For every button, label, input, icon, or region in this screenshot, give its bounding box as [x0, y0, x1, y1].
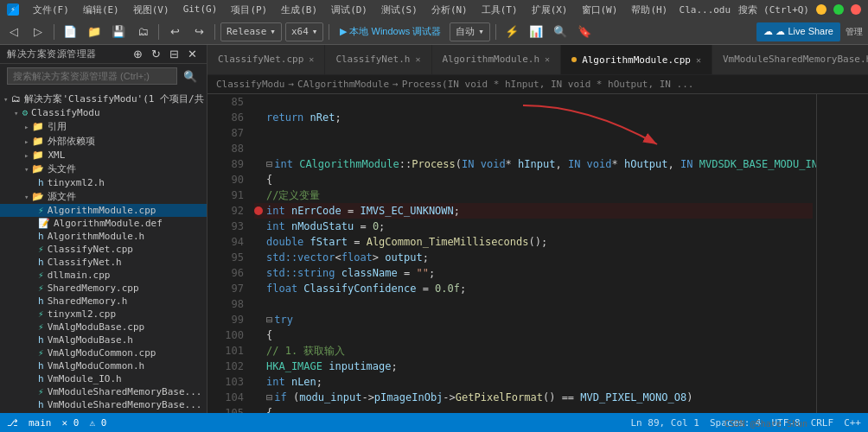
- tab-close-1[interactable]: ✕: [309, 54, 314, 64]
- collapse-icon[interactable]: ⊟: [266, 156, 272, 172]
- code-line-92: int nErrCode = IMVS_EC_UNKNOWN;: [254, 203, 813, 219]
- sidebar-item-tinyxml2h[interactable]: h tinyxml2.h: [0, 176, 207, 189]
- maximize-button[interactable]: [833, 4, 844, 15]
- line-ending-indicator[interactable]: CRLF: [811, 417, 834, 429]
- menu-build[interactable]: 生成(B): [278, 2, 321, 18]
- sidebar-search-button[interactable]: ⊕: [131, 47, 145, 61]
- breadcrumb-item-3[interactable]: Process(IN void * hInput, IN void * hOut…: [402, 79, 694, 90]
- manage-button[interactable]: 管理: [844, 22, 865, 41]
- sidebar-item-references[interactable]: ▸ 📁 引用: [0, 119, 207, 134]
- language-indicator[interactable]: C++: [844, 417, 861, 429]
- performance-button[interactable]: 📊: [526, 22, 546, 41]
- search-icon-button[interactable]: 🔍: [181, 69, 200, 84]
- attach-button[interactable]: ⚡: [501, 22, 522, 41]
- code-content[interactable]: return nRet; ⊟ int CAlgorithmModule::Pro…: [251, 94, 816, 413]
- close-button[interactable]: [851, 4, 861, 15]
- tab-algmodule-h[interactable]: AlgorithmModule.h ✕: [432, 45, 562, 74]
- line-number: 89: [207, 156, 244, 172]
- back-button[interactable]: ◁: [3, 22, 24, 41]
- sidebar-item-vmshared2[interactable]: h VmModuleSharedMemoryBase...: [0, 398, 207, 411]
- menu-view[interactable]: 视图(V): [130, 2, 173, 18]
- menu-help[interactable]: 帮助(H): [628, 2, 671, 18]
- sidebar-item-algmodule-cpp[interactable]: ⚡ AlgorithmModule.cpp: [0, 204, 207, 217]
- sidebar-item-headers[interactable]: ▾ 📂 头文件: [0, 162, 207, 176]
- errors-indicator[interactable]: ✕ 0: [62, 417, 80, 429]
- search-box[interactable]: 搜索 (Ctrl+Q): [738, 3, 809, 16]
- tab-classifynet-cpp[interactable]: ClassifyNet.cpp ✕: [207, 45, 325, 74]
- sidebar-item-dllmain[interactable]: ⚡ dllmain.cpp: [0, 269, 207, 282]
- sidebar-item-shared-cpp[interactable]: ⚡ SharedMemory.cpp: [0, 282, 207, 295]
- line-number: 100: [207, 327, 244, 343]
- sidebar-item-classifynet-cpp[interactable]: ⚡ ClassifyNet.cpp: [0, 243, 207, 256]
- sidebar-item-resources[interactable]: ▸ 📁 资源文件: [0, 411, 207, 413]
- collapse-icon[interactable]: ⊟: [266, 312, 272, 327]
- menu-file[interactable]: 文件(F): [29, 2, 73, 18]
- diagnostic-button[interactable]: 🔍: [550, 22, 571, 41]
- menu-test[interactable]: 测试(S): [378, 2, 421, 18]
- solution-icon: 🗂: [11, 93, 21, 105]
- sidebar-item-external-deps[interactable]: ▸ 📁 外部依赖项: [0, 134, 207, 149]
- sidebar-item-sources[interactable]: ▾ 📂 源文件: [0, 189, 207, 204]
- cpp-icon-7: ⚡: [38, 347, 44, 359]
- menu-tools[interactable]: 工具(T): [478, 2, 521, 18]
- git-branch-name[interactable]: main: [29, 417, 52, 429]
- search-input[interactable]: [7, 67, 177, 85]
- config-dropdown[interactable]: Release ▾: [220, 22, 282, 41]
- save-all-button[interactable]: 🗂: [132, 22, 153, 41]
- sidebar-item-vmalgbase-cpp[interactable]: ⚡ VmAlgModuBase.cpp: [0, 321, 207, 334]
- menu-extensions[interactable]: 扩展(X): [528, 2, 571, 18]
- sidebar-item-shared-h[interactable]: h SharedMemory.h: [0, 295, 207, 308]
- sidebar-item-algmodule-h[interactable]: h AlgorithmModule.h: [0, 230, 207, 243]
- sidebar-collapse-button[interactable]: ⊟: [167, 47, 182, 61]
- sidebar-item-algmodule-def[interactable]: 📝 AlgorithmModule.def: [0, 217, 207, 230]
- run-mode-dropdown[interactable]: 自动 ▾: [450, 22, 490, 41]
- menu-project[interactable]: 项目(P): [227, 2, 271, 18]
- live-share-icon: ☁: [763, 26, 773, 37]
- sidebar-item-vmalgcommon-h[interactable]: h VmAlgModuCommon.h: [0, 359, 207, 372]
- menu-debug[interactable]: 调试(D): [328, 2, 371, 18]
- sidebar-item-xml[interactable]: ▸ 📁 XML: [0, 149, 207, 162]
- sidebar-item-vmshared1[interactable]: ⚡ VmModuleSharedMemoryBase...: [0, 385, 207, 398]
- cpp-icon: ⚡: [38, 205, 44, 216]
- tab-close-3[interactable]: ✕: [545, 54, 550, 64]
- sidebar-close-button[interactable]: ✕: [185, 47, 200, 61]
- sidebar-item-tinyxml2-cpp[interactable]: ⚡ tinyxml2.cpp: [0, 308, 207, 321]
- menu-analyze[interactable]: 分析(N): [428, 2, 471, 18]
- run-debug-button[interactable]: ▶ 本地 Windows 调试器: [335, 22, 446, 41]
- cursor-position[interactable]: Ln 89, Col 1: [630, 417, 699, 429]
- tab-vmshared-h[interactable]: VmModuleSharedMemoryBase.h ✕: [712, 45, 868, 74]
- project-item[interactable]: ▾ ⚙ ClassifyModu: [0, 106, 207, 119]
- save-button[interactable]: 💾: [108, 22, 129, 41]
- undo-button[interactable]: ↩: [164, 22, 185, 41]
- tab-algmodule-cpp[interactable]: AlgorithmModule.cpp ✕: [561, 45, 712, 74]
- code-text: if (modu_input->pImageInObj->GetPixelFor…: [274, 390, 692, 405]
- menu-window[interactable]: 窗口(W): [578, 2, 622, 18]
- sidebar-item-classifynet-h[interactable]: h ClassifyNet.h: [0, 256, 207, 269]
- breadcrumb-item-2[interactable]: CAlgorithmModule: [297, 79, 389, 90]
- forward-button[interactable]: ▷: [28, 22, 48, 41]
- collapse-icon[interactable]: ⊟: [266, 390, 272, 405]
- sidebar-item-vmalgcommon-cpp[interactable]: ⚡ VmAlgModuCommon.cpp: [0, 346, 207, 359]
- tab-close-4[interactable]: ✕: [696, 55, 701, 65]
- new-file-button[interactable]: 📄: [60, 22, 80, 41]
- solution-item[interactable]: ▾ 🗂 解决方案'ClassifyModu'(1 个项目/共 1 个): [0, 92, 207, 106]
- tab-classifynet-h[interactable]: ClassifyNet.h ✕: [325, 45, 431, 74]
- breadcrumb-item-1[interactable]: ClassifyModu: [216, 79, 284, 90]
- menu-edit[interactable]: 编辑(E): [80, 2, 123, 18]
- breakpoint-indicator[interactable]: [254, 206, 263, 215]
- sidebar-refresh-button[interactable]: ↻: [149, 47, 163, 61]
- live-share-button[interactable]: ☁ ☁ Live Share: [756, 22, 840, 41]
- minimize-button[interactable]: [816, 4, 827, 15]
- menu-git[interactable]: Git(G): [180, 2, 221, 18]
- bookmark-button[interactable]: 🔖: [574, 22, 595, 41]
- platform-dropdown[interactable]: x64 ▾: [285, 22, 324, 41]
- open-file-button[interactable]: 📁: [84, 22, 105, 41]
- code-line-89: ⊟ int CAlgorithmModule::Process(IN void*…: [254, 156, 813, 172]
- main-layout: 解决方案资源管理器 ⊕ ↻ ⊟ ✕ 🔍 ▾ 🗂 解决方案'ClassifyMod…: [0, 45, 868, 413]
- tab-close-2[interactable]: ✕: [415, 54, 420, 64]
- redo-button[interactable]: ↪: [188, 22, 209, 41]
- warnings-indicator[interactable]: ⚠ 0: [89, 417, 106, 429]
- sidebar-item-vmmodule-io-h[interactable]: h VmModule_IO.h: [0, 372, 207, 385]
- sidebar-item-vmalgbase-h[interactable]: h VmAlgModuBase.h: [0, 334, 207, 346]
- vs-logo-icon: ⚡: [7, 3, 19, 16]
